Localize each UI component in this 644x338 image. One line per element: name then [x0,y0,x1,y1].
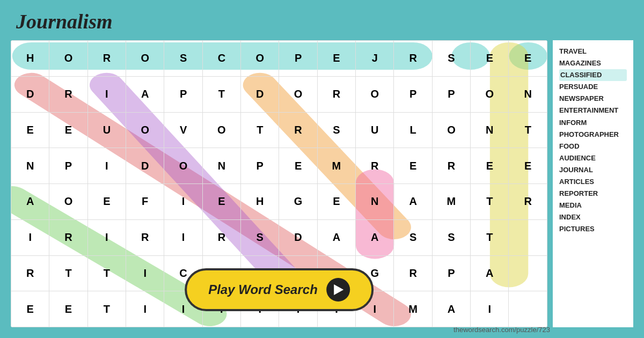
cell[interactable]: P [279,41,317,77]
cell[interactable]: E [509,41,547,77]
cell[interactable]: S [432,41,470,77]
cell[interactable]: P [432,76,470,112]
cell[interactable]: S [317,112,355,148]
cell[interactable]: I [126,255,164,291]
cell[interactable]: P [49,148,87,184]
cell[interactable]: O [356,76,394,112]
cell[interactable]: T [471,184,509,220]
cell[interactable]: T [87,291,126,327]
cell[interactable]: N [356,184,394,220]
cell[interactable]: S [432,219,470,255]
cell[interactable]: H [11,41,49,77]
cell[interactable]: P [394,76,432,112]
cell[interactable]: R [509,184,547,220]
cell[interactable]: U [87,112,126,148]
cell[interactable]: E [49,291,87,327]
cell[interactable]: E [471,148,509,184]
cell[interactable]: I [164,219,202,255]
cell[interactable]: T [49,255,87,291]
cell[interactable]: O [126,112,164,148]
cell[interactable]: E [202,184,240,220]
cell[interactable]: O [164,148,202,184]
cell[interactable]: I [126,291,164,327]
cell[interactable]: R [202,219,240,255]
cell[interactable]: D [241,76,279,112]
cell[interactable]: R [11,255,49,291]
cell[interactable]: T [87,255,126,291]
cell[interactable]: E [509,148,547,184]
cell[interactable]: N [11,148,49,184]
cell[interactable]: D [126,148,164,184]
word-search-grid[interactable]: H O R O S C O P E J R S E E D R I A P [11,40,547,327]
cell[interactable] [509,219,547,255]
cell[interactable]: N [509,76,547,112]
cell[interactable]: I [164,184,202,220]
cell[interactable]: M [432,184,470,220]
cell[interactable]: R [49,219,87,255]
cell[interactable]: R [317,76,355,112]
cell[interactable]: O [49,41,87,77]
cell[interactable]: O [126,41,164,77]
cell[interactable]: E [471,41,509,77]
cell[interactable]: A [394,184,432,220]
cell[interactable]: D [279,219,317,255]
cell[interactable]: O [241,41,279,77]
cell[interactable]: E [394,148,432,184]
cell[interactable]: A [11,184,49,220]
cell[interactable]: C [202,41,240,77]
cell[interactable]: T [509,112,547,148]
cell[interactable]: E [279,148,317,184]
cell[interactable]: D [11,76,49,112]
cell[interactable]: V [164,112,202,148]
cell[interactable]: R [87,41,126,77]
cell[interactable]: T [471,219,509,255]
cell[interactable]: I [471,291,509,327]
cell[interactable]: I [87,148,126,184]
play-word-search-button[interactable]: Play Word Search [185,268,374,311]
cell[interactable]: R [432,148,470,184]
cell[interactable]: P [432,255,470,291]
cell[interactable]: N [202,148,240,184]
cell[interactable]: E [11,112,49,148]
cell[interactable]: L [394,112,432,148]
cell[interactable]: S [394,219,432,255]
cell[interactable]: A [471,255,509,291]
cell[interactable]: O [202,112,240,148]
cell[interactable]: E [87,184,126,220]
cell[interactable]: T [241,112,279,148]
cell[interactable]: A [126,76,164,112]
cell[interactable]: R [394,255,432,291]
cell[interactable]: M [317,148,355,184]
cell[interactable]: R [356,148,394,184]
cell[interactable]: G [279,184,317,220]
cell[interactable]: A [317,219,355,255]
cell[interactable]: I [87,76,126,112]
cell[interactable]: E [317,41,355,77]
cell[interactable]: O [471,76,509,112]
cell[interactable]: S [241,219,279,255]
cell[interactable]: P [241,148,279,184]
cell[interactable]: O [432,112,470,148]
cell[interactable]: R [126,219,164,255]
play-button-container[interactable]: Play Word Search [185,268,374,311]
cell[interactable]: A [432,291,470,327]
cell[interactable]: H [241,184,279,220]
cell[interactable]: E [11,291,49,327]
cell[interactable] [509,291,547,327]
cell[interactable]: R [279,112,317,148]
cell[interactable]: R [394,41,432,77]
cell[interactable]: O [279,76,317,112]
cell[interactable]: E [49,112,87,148]
cell[interactable]: A [356,219,394,255]
cell[interactable]: O [49,184,87,220]
cell[interactable]: U [356,112,394,148]
cell[interactable]: I [11,219,49,255]
cell[interactable]: P [164,76,202,112]
cell[interactable]: T [202,76,240,112]
cell[interactable]: J [356,41,394,77]
cell[interactable]: E [317,184,355,220]
cell[interactable]: R [49,76,87,112]
cell[interactable]: I [87,219,126,255]
cell[interactable] [509,255,547,291]
cell[interactable]: S [164,41,202,77]
